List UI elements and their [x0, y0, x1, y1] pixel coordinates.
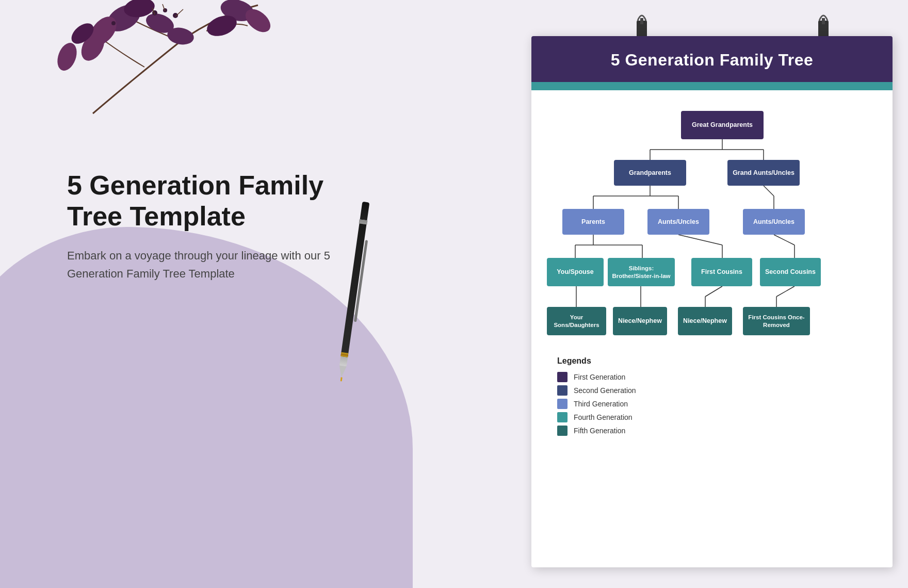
tree-container: Great Grandparents Grandparents Grand Au…: [547, 101, 877, 338]
page-subtitle: Embark on a voyage through your lineage …: [67, 247, 335, 283]
svg-line-39: [705, 286, 722, 297]
teal-strip: [531, 82, 893, 90]
legend-label: Second Generation: [574, 386, 636, 395]
node-parents: Parents: [562, 209, 624, 235]
svg-point-11: [152, 10, 157, 15]
svg-line-27: [764, 186, 774, 196]
document-header: 5 Generation Family Tree: [531, 36, 893, 82]
svg-point-13: [173, 13, 178, 18]
svg-point-10: [54, 40, 80, 73]
left-content: 5 Generation Family Tree Template Embark…: [67, 170, 335, 283]
legend-item: Fifth Generation: [557, 426, 867, 436]
legend-color-box: [557, 412, 568, 422]
node-second-cousins: Second Cousins: [760, 258, 821, 286]
svg-point-14: [111, 21, 116, 25]
node-great-grandparents: Great Grandparents: [681, 111, 764, 139]
legend-label: Third Generation: [574, 400, 628, 408]
svg-line-35: [774, 235, 794, 245]
node-niece-nephew-1: Niece/Nephew: [613, 307, 667, 335]
legend-color-box: [557, 399, 568, 409]
svg-rect-16: [640, 18, 643, 24]
document-wrapper: 5 Generation Family Tree: [531, 21, 893, 567]
legend-item: Third Generation: [557, 399, 867, 409]
node-grand-aunts-uncles: Grand Aunts/Uncles: [727, 160, 800, 186]
legend-items: First Generation Second Generation Third…: [557, 372, 867, 436]
document-title: 5 Generation Family Tree: [542, 51, 882, 70]
node-grandparents: Grandparents: [614, 160, 686, 186]
node-siblings: Siblings: Brother/Sister-in-law: [608, 258, 675, 286]
legend-label: Fifth Generation: [574, 427, 625, 435]
pen-decoration: [340, 201, 366, 423]
legend-label: First Generation: [574, 373, 625, 381]
svg-line-33: [678, 235, 722, 245]
legend-item: Fourth Generation: [557, 412, 867, 422]
svg-rect-18: [822, 18, 825, 24]
page-title: 5 Generation Family Tree Template: [67, 170, 335, 232]
binder-clip-right: [816, 10, 831, 39]
legend-title: Legends: [557, 356, 867, 366]
legend-area: Legends First Generation Second Generati…: [531, 348, 893, 446]
node-your-sons-daughters: Your Sons/Daughters: [547, 307, 606, 335]
binder-clip-left: [635, 10, 649, 39]
svg-line-41: [776, 286, 794, 297]
node-first-cousins-once-removed: First Cousins Once-Removed: [743, 307, 810, 335]
node-first-cousins: First Cousins: [691, 258, 752, 286]
legend-color-box: [557, 385, 568, 396]
legend-color-box: [557, 372, 568, 382]
node-niece-nephew-2: Niece/Nephew: [678, 307, 732, 335]
document: 5 Generation Family Tree: [531, 36, 893, 567]
legend-item: First Generation: [557, 372, 867, 382]
legend-item: Second Generation: [557, 385, 867, 396]
node-you-spouse: You/Spouse: [547, 258, 604, 286]
legend-label: Fourth Generation: [574, 413, 633, 421]
tree-area: Great Grandparents Grandparents Grand Au…: [531, 90, 893, 348]
legend-color-box: [557, 426, 568, 436]
node-aunts-uncles-2: Aunts/Uncles: [743, 209, 805, 235]
leaf-decoration: [0, 0, 310, 129]
node-aunts-uncles-1: Aunts/Uncles: [647, 209, 709, 235]
